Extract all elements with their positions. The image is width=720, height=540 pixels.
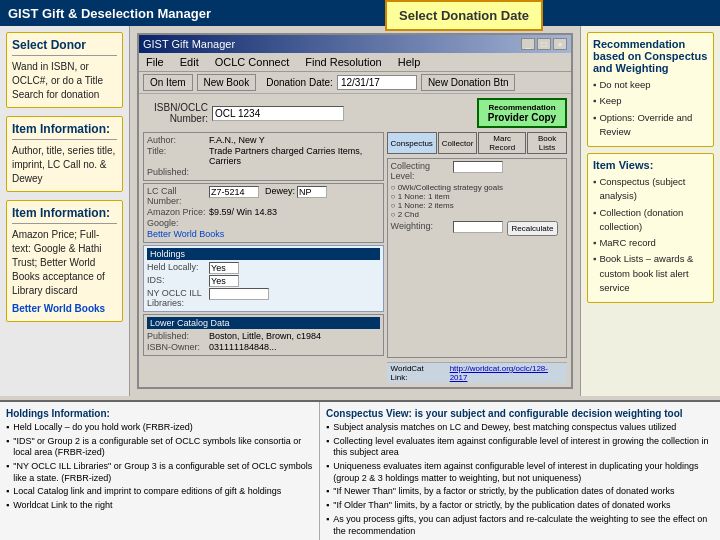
maximize-button[interactable]: □ (537, 38, 551, 50)
donation-date-banner: Select Donation Date (385, 0, 543, 31)
con-item-6: ▪ As you process gifts, you can adjust f… (326, 514, 714, 537)
held-locally-label: Held Locally: (147, 262, 207, 272)
call-numbers-section: LC Call Number: Dewey: Amazon Price: $9.… (143, 183, 384, 243)
new-book-button[interactable]: New Book (197, 74, 257, 91)
menu-edit[interactable]: Edit (177, 55, 202, 69)
recommendation-box: Recommendation Provider Copy (477, 98, 567, 128)
item-info-1-section: Item Information: Author, title, series … (6, 116, 123, 192)
right-panel: Recommendation based on Conspectus and W… (580, 26, 720, 396)
ids-input[interactable] (209, 275, 239, 287)
weighting-label: Weighting: (391, 221, 451, 231)
ny-input[interactable] (209, 288, 269, 300)
con-item-2: ▪ Collecting level evaluates item agains… (326, 436, 714, 459)
menu-find[interactable]: Find Resolution (302, 55, 384, 69)
held-locally-input[interactable] (209, 262, 239, 274)
holdings-info-section: Holdings Information: ▪ Held Locally – d… (0, 402, 320, 540)
toolbar: On Item New Book Donation Date: New Dona… (139, 72, 571, 94)
con-item-5: ▪ "If Older Than" limits, by a factor or… (326, 500, 714, 512)
rec-label: Recommendation (484, 103, 560, 112)
select-donor-section: Select Donor Wand in ISBN, or OCLC#, or … (6, 32, 123, 108)
item-info-1-title: Item Information: (12, 122, 117, 140)
amazon-value: $9.59/ Win 14.83 (209, 207, 277, 217)
new-donation-button[interactable]: New Donation Btn (421, 74, 516, 91)
menu-file[interactable]: File (143, 55, 167, 69)
collecting-options: ○ 0Wk/Collecting strategy goals ○ 1 None… (391, 183, 563, 219)
lc-call-input[interactable] (209, 186, 259, 198)
donation-date-input[interactable] (337, 75, 417, 90)
view-tabs: Conspectus Collector Marc Record Book Li… (387, 132, 567, 154)
app-content: ISBN/OCLC Number: Recommendation Provide… (139, 94, 571, 387)
published2-label: Published: (147, 331, 207, 341)
right-column: Conspectus Collector Marc Record Book Li… (387, 132, 567, 383)
isbn-input[interactable] (212, 106, 344, 121)
lower-catalog-section: Lower Catalog Data Published: Boston, Li… (143, 314, 384, 356)
isbn-label: ISBN/OCLC Number: (143, 102, 208, 124)
app-title: GIST Gift & Deselection Manager (8, 6, 211, 21)
isbn-owner-value: 031111184848... (209, 342, 277, 352)
google-row: Google: (147, 218, 380, 228)
item-views-section: Item Views: ▪ Conspectus (subject analys… (587, 153, 714, 303)
recalculate-button[interactable]: Recalculate (507, 221, 559, 236)
holdings-section: Holdings Held Locally: IDS: NY OCLC ILL … (143, 245, 384, 312)
window-controls: _ □ × (521, 38, 567, 50)
select-donor-title: Select Donor (12, 38, 117, 56)
published-label: Published: (147, 167, 207, 177)
tab-booklist[interactable]: Book Lists (527, 132, 567, 154)
worldcat-link-label: WorldCat Link: (391, 364, 442, 382)
google-label: Google: (147, 218, 207, 228)
tab-conspectus[interactable]: Conspectus (387, 132, 437, 154)
ny-label: NY OCLC ILL Libraries: (147, 288, 207, 308)
views-title: Item Views: (593, 159, 708, 171)
holdings-header: Holdings (147, 248, 380, 260)
ids-row: IDS: (147, 275, 380, 287)
worldcat-row: WorldCat Link: http://worldcat.org/oclc/… (387, 362, 567, 383)
close-button[interactable]: × (553, 38, 567, 50)
rec-section-title: Recommendation based on Conspectus and W… (593, 38, 708, 74)
lc-call-label: LC Call Number: (147, 186, 207, 206)
left-panel: Select Donor Wand in ISBN, or OCLC#, or … (0, 26, 130, 396)
held-locally-row: Held Locally: (147, 262, 380, 274)
amazon-label: Amazon Price: (147, 207, 207, 217)
hold-item-5: ▪ Worldcat Link to the right (6, 500, 313, 512)
isbn-owner-label: ISBN-Owner: (147, 342, 207, 352)
weighting-input[interactable] (453, 221, 503, 233)
rec-value: Provider Copy (484, 112, 560, 123)
item-info-1-text: Author, title, series title, imprint, LC… (12, 144, 117, 186)
tab-collector[interactable]: Collector (438, 132, 478, 154)
author-row: Author: F.A.N., New Y (147, 135, 380, 145)
on-item-button[interactable]: On Item (143, 74, 193, 91)
window-titlebar: GIST Gift Manager _ □ × (139, 35, 571, 53)
holdings-info-title: Holdings Information: (6, 408, 313, 419)
bibliographic-section: Author: F.A.N., New Y Title: Trade Partn… (143, 132, 384, 181)
conspectus-info-title: Conspectus View: is your subject and con… (326, 408, 714, 419)
menu-oclc[interactable]: OCLC Connect (212, 55, 293, 69)
rec-bullets: ▪ Do not keep ▪ Keep ▪ Options: Override… (593, 78, 708, 139)
item-info-2-section: Item Information: Amazon Price; Full-tex… (6, 200, 123, 322)
weighting-row: Weighting: Recalculate (391, 221, 563, 236)
minimize-button[interactable]: _ (521, 38, 535, 50)
author-label: Author: (147, 135, 207, 145)
hold-item-3: ▪ "NY OCLC ILL Libraries" or Group 3 is … (6, 461, 313, 484)
dewey-input[interactable] (297, 186, 327, 198)
amazon-row: Amazon Price: $9.59/ Win 14.83 (147, 207, 380, 217)
worldcat-link-value[interactable]: http://worldcat.org/oclc/128-2017 (450, 364, 563, 382)
collecting-level-row: Collecting Level: (391, 161, 563, 181)
con-item-3: ▪ Uniqueness evaluates item against conf… (326, 461, 714, 484)
recommendation-section: Recommendation based on Conspectus and W… (587, 32, 714, 147)
published-row: Published: (147, 167, 380, 177)
collecting-level-input[interactable] (453, 161, 503, 173)
content-columns: Author: F.A.N., New Y Title: Trade Partn… (143, 132, 567, 383)
menu-help[interactable]: Help (395, 55, 424, 69)
donation-date-label: Donation Date: (266, 77, 333, 88)
view-bullet-3: ▪ MaRC record (593, 236, 708, 250)
ids-label: IDS: (147, 275, 207, 285)
published2-row: Published: Boston, Little, Brown, c1984 (147, 331, 380, 341)
conspectus-info-section: Conspectus View: is your subject and con… (320, 402, 720, 540)
rec-bullet-3: ▪ Options: Override and Review (593, 111, 708, 140)
app-window: GIST Gift Manager _ □ × File Edit OCLC C… (137, 33, 573, 389)
isbn-row: ISBN/OCLC Number: Recommendation Provide… (143, 98, 567, 128)
tab-marc[interactable]: Marc Record (478, 132, 526, 154)
center-panel: GIST Gift Manager _ □ × File Edit OCLC C… (130, 26, 580, 396)
better-world-row: Better World Books (147, 229, 380, 239)
title-value: Trade Partners charged Carries Items, Ca… (209, 146, 380, 166)
